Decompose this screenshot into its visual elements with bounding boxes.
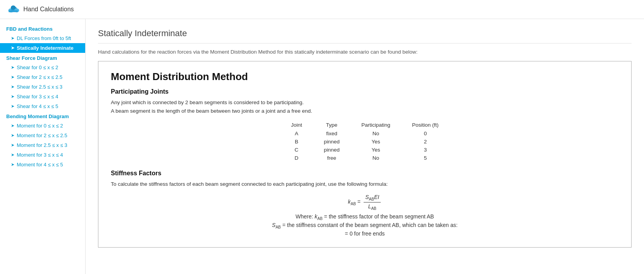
chevron-icon: ➤ xyxy=(11,94,14,99)
sidebar-item-shear-2.5-3[interactable]: ➤ Shear for 2.5 ≤ x ≤ 3 xyxy=(0,82,85,92)
chevron-icon: ➤ xyxy=(11,45,14,51)
where-line-1: Where: kAB = the stiffness factor of the… xyxy=(111,213,619,221)
title-divider xyxy=(98,43,632,44)
participating-joints-text: Any joint which is connected by 2 beam s… xyxy=(111,98,619,115)
stiffness-factors-heading: Stiffness Factors xyxy=(111,170,619,177)
sidebar: FBD and Reactions ➤ DL Forces from 0ft t… xyxy=(0,19,86,274)
cell-joint-c: C xyxy=(280,146,313,154)
app-title: Hand Calculations xyxy=(23,6,74,13)
cell-type-b: pinned xyxy=(313,138,351,146)
cell-position-c: 3 xyxy=(401,146,450,154)
chevron-icon: ➤ xyxy=(11,75,14,80)
cell-position-d: 5 xyxy=(401,154,450,162)
chevron-icon: ➤ xyxy=(11,133,14,138)
participating-joints-heading: Participating Joints xyxy=(111,88,619,95)
chevron-icon: ➤ xyxy=(11,123,14,128)
chevron-icon: ➤ xyxy=(11,143,14,148)
participating-joints-section: Participating Joints Any joint which is … xyxy=(111,88,619,162)
where-line-2: SAB = the stiffness constant of the beam… xyxy=(111,222,619,229)
joints-table: Joint Type Participating Position (ft) A… xyxy=(280,120,450,162)
layout: FBD and Reactions ➤ DL Forces from 0ft t… xyxy=(0,19,644,274)
chevron-icon: ➤ xyxy=(11,65,14,70)
table-row: C pinned Yes 3 xyxy=(280,146,450,154)
cell-type-a: fixed xyxy=(313,129,351,138)
sidebar-item-shear-2-2.5[interactable]: ➤ Shear for 2 ≤ x ≤ 2.5 xyxy=(0,72,85,82)
page-description: Hand calculations for the reaction force… xyxy=(98,49,632,55)
sidebar-section-bending[interactable]: Bending Moment Diagram xyxy=(0,111,85,121)
mdm-title: Moment Distribution Method xyxy=(111,71,619,83)
stiffness-formula: kAB = SABEI LAB xyxy=(111,194,619,211)
chevron-icon: ➤ xyxy=(11,152,14,157)
cell-position-a: 0 xyxy=(401,129,450,138)
table-header-row: Joint Type Participating Position (ft) xyxy=(280,120,450,129)
page-title: Statically Indeterminate xyxy=(98,28,632,38)
logo-area: Hand Calculations xyxy=(6,4,74,15)
header: Hand Calculations xyxy=(0,0,644,19)
col-participating: Participating xyxy=(350,120,401,129)
skyciv-logo-icon xyxy=(6,4,20,15)
sidebar-item-shear-3-4[interactable]: ➤ Shear for 3 ≤ x ≤ 4 xyxy=(0,92,85,101)
chevron-icon: ➤ xyxy=(11,162,14,167)
sidebar-item-moment-2-2.5[interactable]: ➤ Moment for 2 ≤ x ≤ 2.5 xyxy=(0,131,85,140)
cell-participating-d: No xyxy=(350,154,401,162)
cell-type-c: pinned xyxy=(313,146,351,154)
table-row: B pinned Yes 2 xyxy=(280,138,450,146)
sidebar-item-statically-indeterminate[interactable]: ➤ Statically Indeterminate xyxy=(0,43,85,53)
sidebar-item-moment-3-4[interactable]: ➤ Moment for 3 ≤ x ≤ 4 xyxy=(0,150,85,160)
cell-joint-b: B xyxy=(280,138,313,146)
cell-participating-a: No xyxy=(350,129,401,138)
stiffness-factors-text: To calculate the stiffness factors of ea… xyxy=(111,180,619,188)
sidebar-section-fbd[interactable]: FBD and Reactions xyxy=(0,24,85,33)
svg-point-4 xyxy=(11,5,16,10)
chevron-icon: ➤ xyxy=(11,104,14,109)
col-joint: Joint xyxy=(280,120,313,129)
sidebar-item-shear-4-5[interactable]: ➤ Shear for 4 ≤ x ≤ 5 xyxy=(0,101,85,111)
cell-joint-d: D xyxy=(280,154,313,162)
cell-participating-c: Yes xyxy=(350,146,401,154)
cell-joint-a: A xyxy=(280,129,313,138)
content-box: Moment Distribution Method Participating… xyxy=(98,61,632,248)
sidebar-item-shear-0-2[interactable]: ➤ Shear for 0 ≤ x ≤ 2 xyxy=(0,63,85,72)
col-type: Type xyxy=(313,120,351,129)
formula-equation: kAB = SABEI LAB xyxy=(111,194,619,211)
sidebar-item-moment-4-5[interactable]: ➤ Moment for 4 ≤ x ≤ 5 xyxy=(0,160,85,169)
sidebar-item-moment-0-2[interactable]: ➤ Moment for 0 ≤ x ≤ 2 xyxy=(0,121,85,131)
main-content: Statically Indeterminate Hand calculatio… xyxy=(86,19,644,274)
sidebar-item-moment-2.5-3[interactable]: ➤ Moment for 2.5 ≤ x ≤ 3 xyxy=(0,140,85,150)
chevron-icon: ➤ xyxy=(11,84,14,89)
where-line-3: = 0 for free ends xyxy=(111,230,619,237)
chevron-icon: ➤ xyxy=(11,36,14,41)
cell-participating-b: Yes xyxy=(350,138,401,146)
table-row: A fixed No 0 xyxy=(280,129,450,138)
table-row: D free No 5 xyxy=(280,154,450,162)
cell-type-d: free xyxy=(313,154,351,162)
cell-position-b: 2 xyxy=(401,138,450,146)
stiffness-factors-section: Stiffness Factors To calculate the stiff… xyxy=(111,170,619,237)
sidebar-item-dl-forces[interactable]: ➤ DL Forces from 0ft to 5ft xyxy=(0,33,85,43)
col-position: Position (ft) xyxy=(401,120,450,129)
sidebar-section-shear[interactable]: Shear Force Diagram xyxy=(0,53,85,63)
svg-rect-3 xyxy=(9,10,18,12)
